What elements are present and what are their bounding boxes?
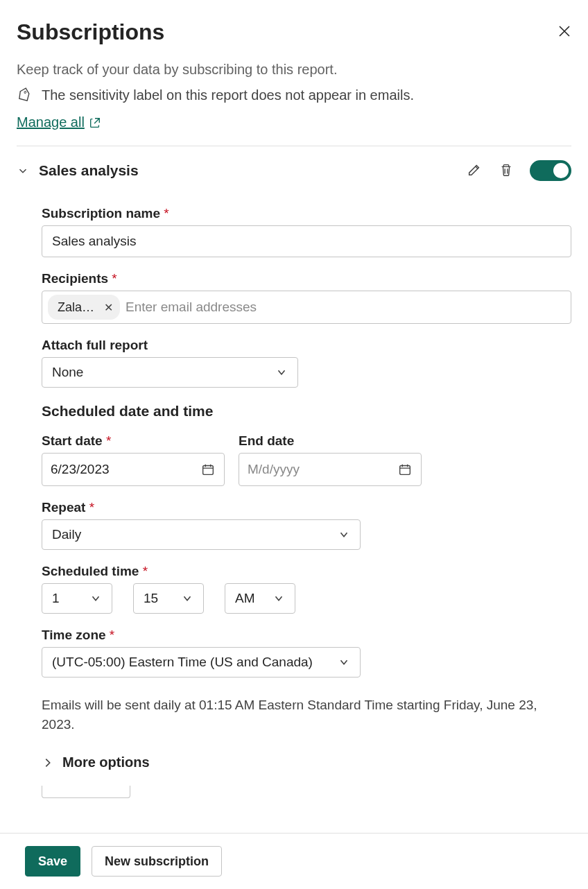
subscription-name-label: Subscription name	[42, 192, 571, 225]
start-date-label: Start date	[42, 420, 225, 453]
subscription-item-header: Sales analysis	[17, 146, 571, 192]
trash-icon	[499, 162, 514, 178]
subscription-name-input[interactable]	[42, 225, 571, 257]
svg-rect-1	[203, 466, 214, 475]
chevron-down-icon	[181, 592, 193, 605]
delete-button[interactable]	[498, 162, 514, 179]
ampm-select[interactable]: AM	[225, 583, 295, 614]
calendar-icon	[397, 462, 413, 477]
ampm-value: AM	[235, 591, 255, 606]
more-options-label: More options	[62, 754, 150, 770]
timezone-label: Time zone	[42, 614, 571, 647]
recipient-chip[interactable]: Zala… ✕	[48, 295, 120, 320]
minute-value: 15	[144, 591, 158, 606]
page-subtitle: Keep track of your data by subscribing t…	[17, 55, 571, 87]
schedule-section-title: Scheduled date and time	[42, 388, 571, 420]
chevron-down-icon	[275, 366, 288, 379]
chevron-down-icon[interactable]	[17, 164, 29, 177]
scheduled-time-label: Scheduled time	[42, 550, 571, 583]
tag-icon	[14, 85, 35, 105]
hour-value: 1	[52, 591, 60, 606]
recipients-input[interactable]	[126, 300, 565, 315]
end-date-placeholder: M/d/yyyy	[248, 462, 300, 477]
repeat-select[interactable]: Daily	[42, 519, 361, 550]
svg-rect-2	[400, 466, 410, 475]
truncated-content	[42, 786, 130, 798]
end-date-input[interactable]: M/d/yyyy	[239, 453, 422, 486]
recipient-chip-text: Zala…	[58, 300, 94, 315]
recipients-field[interactable]: Zala… ✕	[42, 291, 571, 324]
new-subscription-button[interactable]: New subscription	[92, 846, 222, 877]
svg-point-0	[24, 91, 26, 94]
schedule-summary: Emails will be sent daily at 01:15 AM Ea…	[42, 677, 571, 734]
page-title: Subscriptions	[17, 19, 164, 45]
attach-label: Attach full report	[42, 324, 571, 357]
save-button[interactable]: Save	[25, 846, 80, 877]
chevron-down-icon	[273, 592, 285, 605]
manage-all-label: Manage all	[17, 114, 85, 130]
repeat-label: Repeat	[42, 486, 571, 519]
attach-select[interactable]: None	[42, 357, 298, 388]
close-button[interactable]	[557, 21, 571, 43]
minute-select[interactable]: 15	[133, 583, 204, 614]
chevron-right-icon	[42, 757, 54, 769]
sensitivity-note-row: The sensitivity label on this report doe…	[17, 87, 571, 114]
enable-toggle[interactable]	[530, 160, 571, 181]
remove-recipient-icon[interactable]: ✕	[104, 301, 113, 314]
chevron-down-icon	[338, 656, 350, 668]
more-options-toggle[interactable]: More options	[42, 734, 571, 770]
sensitivity-note-text: The sensitivity label on this report doe…	[42, 87, 414, 103]
recipients-label: Recipients	[42, 257, 571, 291]
end-date-label: End date	[239, 420, 422, 453]
chevron-down-icon	[89, 592, 102, 605]
timezone-value: (UTC-05:00) Eastern Time (US and Canada)	[52, 655, 313, 670]
attach-value: None	[52, 365, 83, 380]
start-date-value: 6/23/2023	[51, 462, 110, 477]
timezone-select[interactable]: (UTC-05:00) Eastern Time (US and Canada)	[42, 647, 361, 677]
repeat-value: Daily	[52, 527, 81, 542]
hour-select[interactable]: 1	[42, 583, 112, 614]
manage-all-link[interactable]: Manage all	[17, 114, 101, 143]
edit-button[interactable]	[466, 162, 483, 179]
calendar-icon	[200, 462, 216, 477]
chevron-down-icon	[338, 528, 350, 541]
start-date-input[interactable]: 6/23/2023	[42, 453, 225, 486]
close-icon	[557, 24, 571, 38]
open-external-icon	[89, 116, 101, 129]
subscription-title: Sales analysis	[39, 162, 466, 179]
pencil-icon	[467, 162, 482, 178]
footer-bar: Save New subscription	[0, 833, 588, 889]
